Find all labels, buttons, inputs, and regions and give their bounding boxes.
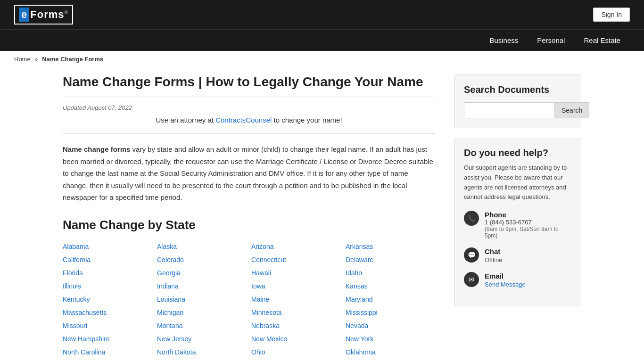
nav-business[interactable]: Business <box>480 30 528 51</box>
state-link-hawaii[interactable]: Hawaii <box>251 268 341 278</box>
chat-label: Chat <box>485 247 502 255</box>
state-link-maryland[interactable]: Maryland <box>346 295 435 304</box>
phone-number: 1 (844) 533-6767 <box>485 219 571 226</box>
help-title: Do you need help? <box>464 148 571 158</box>
state-link-north-dakota[interactable]: North Dakota <box>157 347 247 357</box>
state-link-kansas[interactable]: Kansas <box>346 281 435 291</box>
content-divider <box>63 133 435 134</box>
description-rest: vary by state and allow an adult or mino… <box>63 145 433 201</box>
nav-real-estate[interactable]: Real Estate <box>574 30 630 51</box>
state-link-nevada[interactable]: Nevada <box>346 321 435 330</box>
state-link-connecticut[interactable]: Connecticut <box>251 255 341 264</box>
state-link-mississippi[interactable]: Mississippi <box>346 308 435 317</box>
phone-details: Phone 1 (844) 533-6767 (9am to 9pm, Sat/… <box>485 211 571 239</box>
state-link-missouri[interactable]: Missouri <box>63 321 152 330</box>
page-title: Name Change Forms | How to Legally Chang… <box>63 74 435 97</box>
sidebar: Search Documents Search Do you need help… <box>454 67 581 362</box>
email-icon: ✉ <box>464 272 479 287</box>
attorney-text-before: Use an attorney at <box>156 116 215 124</box>
state-link-new-hampshire[interactable]: New Hampshire <box>63 334 152 344</box>
email-send-link[interactable]: Send Message <box>485 281 526 288</box>
state-link-georgia[interactable]: Georgia <box>157 268 247 278</box>
search-input[interactable] <box>464 102 555 118</box>
state-link-kentucky[interactable]: Kentucky <box>63 295 152 304</box>
email-label: Email <box>485 272 526 280</box>
state-link-colorado[interactable]: Colorado <box>157 255 247 264</box>
breadcrumb-current: Name Change Forms <box>42 56 103 63</box>
state-link-alaska[interactable]: Alaska <box>157 242 247 251</box>
state-link-north-carolina[interactable]: North Carolina <box>63 347 152 357</box>
state-link-new-mexico[interactable]: New Mexico <box>251 334 341 344</box>
breadcrumb-separator: » <box>34 56 38 63</box>
chat-status: Offline <box>485 256 502 263</box>
help-description: Our support agents are standing by to as… <box>464 163 571 202</box>
nav-personal[interactable]: Personal <box>528 30 574 51</box>
header-top: e Forms® Sign In <box>0 0 644 29</box>
state-link-idaho[interactable]: Idaho <box>346 268 435 278</box>
state-link-delaware[interactable]: Delaware <box>346 255 435 264</box>
site-header: e Forms® Sign In Business Personal Real … <box>0 0 644 51</box>
breadcrumb-home[interactable]: Home <box>14 56 31 63</box>
state-link-new-jersey[interactable]: New Jersey <box>157 334 247 344</box>
contact-email: ✉ Email Send Message <box>464 272 571 288</box>
state-link-alabama[interactable]: Alabama <box>63 242 152 251</box>
sign-in-button[interactable]: Sign In <box>593 8 630 22</box>
description: Name change forms vary by state and allo… <box>63 143 435 204</box>
attorney-text-after: to change your name! <box>272 116 342 124</box>
email-details: Email Send Message <box>485 272 526 288</box>
state-link-new-york[interactable]: New York <box>346 334 435 344</box>
logo-forms-text: Forms® <box>30 8 68 21</box>
search-form: Search <box>464 102 571 118</box>
chat-details: Chat Offline <box>485 247 502 263</box>
description-bold: Name change forms <box>63 145 130 153</box>
state-link-michigan[interactable]: Michigan <box>157 308 247 317</box>
state-link-minnesota[interactable]: Minnesota <box>251 308 341 317</box>
contracts-counsel-link[interactable]: ContractsCounsel <box>215 116 272 124</box>
state-link-iowa[interactable]: Iowa <box>251 281 341 291</box>
logo-e-letter: e <box>19 8 29 22</box>
state-link-illinois[interactable]: Illinois <box>63 281 152 291</box>
help-box: Do you need help? Our support agents are… <box>454 138 581 306</box>
state-link-california[interactable]: California <box>63 255 152 264</box>
state-link-arkansas[interactable]: Arkansas <box>346 242 435 251</box>
chat-icon: 💬 <box>464 247 479 263</box>
search-title: Search Documents <box>464 84 571 95</box>
search-box: Search Documents Search <box>454 74 581 128</box>
state-link-indiana[interactable]: Indiana <box>157 281 247 291</box>
state-link-montana[interactable]: Montana <box>157 321 247 330</box>
state-link-maine[interactable]: Maine <box>251 295 341 304</box>
logo[interactable]: e Forms® <box>14 5 73 25</box>
logo-reg: ® <box>65 10 68 15</box>
state-grid: AlabamaAlaskaArizonaArkansasCaliforniaCo… <box>63 242 435 357</box>
state-link-florida[interactable]: Florida <box>63 268 152 278</box>
state-link-oklahoma[interactable]: Oklahoma <box>346 347 435 357</box>
logo-area: e Forms® <box>14 5 73 25</box>
main-container: Name Change Forms | How to Legally Chang… <box>49 67 595 362</box>
phone-label: Phone <box>485 211 571 219</box>
breadcrumb: Home » Name Change Forms <box>0 51 644 67</box>
state-link-nebraska[interactable]: Nebraska <box>251 321 341 330</box>
phone-icon: 📞 <box>464 211 479 226</box>
contact-phone: 📞 Phone 1 (844) 533-6767 (9am to 9pm, Sa… <box>464 211 571 239</box>
updated-date: Updated August 07, 2022 <box>63 104 435 111</box>
main-nav: Business Personal Real Estate <box>0 29 644 51</box>
phone-hours: (9am to 9pm, Sat/Sun 9am to 5pm) <box>485 226 571 239</box>
state-section-title: Name Change by State <box>63 218 435 232</box>
state-link-louisiana[interactable]: Louisiana <box>157 295 247 304</box>
contact-chat: 💬 Chat Offline <box>464 247 571 263</box>
main-content: Name Change Forms | How to Legally Chang… <box>63 67 435 362</box>
attorney-note: Use an attorney at ContractsCounsel to c… <box>63 116 435 124</box>
state-link-ohio[interactable]: Ohio <box>251 347 341 357</box>
search-button[interactable]: Search <box>555 102 589 118</box>
state-link-arizona[interactable]: Arizona <box>251 242 341 251</box>
state-link-massachusetts[interactable]: Massachusetts <box>63 308 152 317</box>
